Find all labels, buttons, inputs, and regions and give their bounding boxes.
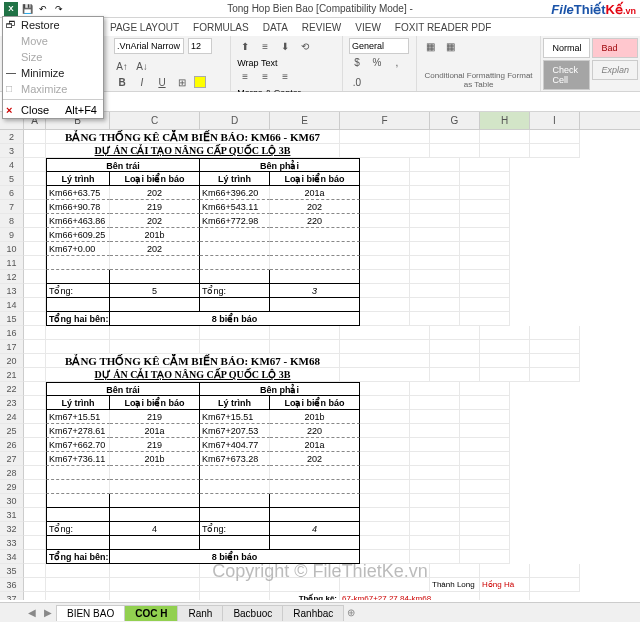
styles-group: ▦ ▦ Conditional Formatting Format as Tab… bbox=[417, 36, 542, 91]
table1-title[interactable]: BẢNG THỐNG KÊ CẮM BIỂN BÁO: KM66 - KM67 bbox=[46, 130, 340, 144]
tab-view[interactable]: VIEW bbox=[355, 22, 381, 33]
worksheet-area: A B C D E F G H I 2BẢNG THỐNG KÊ CẮM BIỂ… bbox=[0, 112, 640, 600]
number-format-dropdown[interactable]: General bbox=[349, 38, 409, 54]
align-top-icon[interactable]: ⬆ bbox=[237, 38, 253, 54]
formula-input[interactable] bbox=[80, 92, 640, 111]
save-icon[interactable]: 💾 bbox=[20, 2, 34, 16]
sheet-nav-prev-icon[interactable]: ◀ bbox=[24, 607, 40, 618]
tab-review[interactable]: REVIEW bbox=[302, 22, 341, 33]
sysmenu-maximize: □Maximize bbox=[3, 81, 103, 97]
new-sheet-icon[interactable]: ⊕ bbox=[343, 607, 359, 618]
col-H[interactable]: H bbox=[480, 112, 530, 129]
sheet-tab-ranhbac[interactable]: Ranhbac bbox=[282, 605, 344, 621]
italic-button[interactable]: I bbox=[134, 74, 150, 90]
tab-foxit[interactable]: FOXIT READER PDF bbox=[395, 22, 492, 33]
orientation-icon[interactable]: ⟲ bbox=[297, 38, 313, 54]
number-group: General $ % , .0 bbox=[343, 36, 417, 91]
sheet-tab-ranh[interactable]: Ranh bbox=[177, 605, 223, 621]
sysmenu-move: Move bbox=[3, 33, 103, 49]
format-table-icon[interactable]: ▦ bbox=[443, 38, 459, 54]
excel-icon[interactable]: X bbox=[4, 2, 18, 16]
undo-icon[interactable]: ↶ bbox=[36, 2, 50, 16]
window-title: Tong Hop Bien Bao [Compatibility Mode] - bbox=[227, 3, 413, 14]
sheet-nav-next-icon[interactable]: ▶ bbox=[40, 607, 56, 618]
font-size-dropdown[interactable]: 12 bbox=[188, 38, 212, 54]
sheet-tab-bar: ◀ ▶ BIEN BAO COC H Ranh Bacbuoc Ranhbac … bbox=[0, 602, 640, 622]
style-check-cell[interactable]: Check Cell bbox=[543, 60, 590, 90]
style-normal[interactable]: Normal bbox=[543, 38, 590, 58]
bold-button[interactable]: B bbox=[114, 74, 130, 90]
align-center-icon[interactable]: ≡ bbox=[257, 68, 273, 84]
grid[interactable]: 2BẢNG THỐNG KÊ CẮM BIỂN BÁO: KM66 - KM67… bbox=[0, 130, 640, 600]
cell-styles-gallery: Normal Check Cell Bad Explan bbox=[541, 36, 640, 91]
sheet-tab-bacbuoc[interactable]: Bacbuoc bbox=[222, 605, 283, 621]
col-E[interactable]: E bbox=[270, 112, 340, 129]
sysmenu-size: Size bbox=[3, 49, 103, 65]
quick-access-toolbar: X 💾 ↶ ↷ bbox=[4, 2, 66, 16]
style-bad[interactable]: Bad bbox=[592, 38, 638, 58]
align-mid-icon[interactable]: ≡ bbox=[257, 38, 273, 54]
conditional-formatting-icon[interactable]: ▦ bbox=[423, 38, 439, 54]
comma-icon[interactable]: , bbox=[389, 54, 405, 70]
sysmenu-restore[interactable]: 🗗Restore bbox=[3, 17, 103, 33]
tab-data[interactable]: DATA bbox=[263, 22, 288, 33]
col-C[interactable]: C bbox=[110, 112, 200, 129]
col-I[interactable]: I bbox=[530, 112, 580, 129]
sysmenu-minimize[interactable]: —Minimize bbox=[3, 65, 103, 81]
system-menu: 🗗Restore Move Size —Minimize □Maximize ×… bbox=[2, 16, 104, 119]
currency-icon[interactable]: $ bbox=[349, 54, 365, 70]
tab-formulas[interactable]: FORMULAS bbox=[193, 22, 249, 33]
font-group: .VnArial Narrow 12 A↑ A↓ B I U ⊞ A Font bbox=[108, 36, 231, 91]
watermark-logo: FileThiếtKế.vn bbox=[551, 2, 636, 17]
wrap-text-button[interactable]: Wrap Text bbox=[237, 58, 277, 68]
underline-button[interactable]: U bbox=[154, 74, 170, 90]
col-G[interactable]: G bbox=[430, 112, 480, 129]
sheet-tab-bienbao[interactable]: BIEN BAO bbox=[56, 605, 125, 621]
table1-subtitle[interactable]: DỰ ÁN CẢI TẠO NÂNG CẤP QUỐC LỘ 3B bbox=[46, 144, 340, 158]
font-name-dropdown[interactable]: .VnArial Narrow bbox=[114, 38, 184, 54]
border-button[interactable]: ⊞ bbox=[174, 74, 190, 90]
align-bot-icon[interactable]: ⬇ bbox=[277, 38, 293, 54]
percent-icon[interactable]: % bbox=[369, 54, 385, 70]
table2-title[interactable]: BẢNG THỐNG KÊ CẮM BIỂN BÁO: KM67 - KM68 bbox=[46, 354, 340, 368]
style-explanatory[interactable]: Explan bbox=[592, 60, 638, 80]
sheet-tab-coch[interactable]: COC H bbox=[124, 605, 178, 621]
col-D[interactable]: D bbox=[200, 112, 270, 129]
col-F[interactable]: F bbox=[340, 112, 430, 129]
decrease-font-icon[interactable]: A↓ bbox=[134, 58, 150, 74]
alignment-group: ⬆ ≡ ⬇ ⟲ Wrap Text ≡ ≡ ≡ Merge & Center A… bbox=[231, 36, 343, 91]
tab-page-layout[interactable]: PAGE LAYOUT bbox=[110, 22, 179, 33]
redo-icon[interactable]: ↷ bbox=[52, 2, 66, 16]
sysmenu-close[interactable]: ×CloseAlt+F4 bbox=[3, 102, 103, 118]
increase-font-icon[interactable]: A↑ bbox=[114, 58, 130, 74]
align-right-icon[interactable]: ≡ bbox=[277, 68, 293, 84]
align-left-icon[interactable]: ≡ bbox=[237, 68, 253, 84]
fill-color-button[interactable] bbox=[194, 76, 206, 88]
inc-decimal-icon[interactable]: .0 bbox=[349, 74, 365, 90]
